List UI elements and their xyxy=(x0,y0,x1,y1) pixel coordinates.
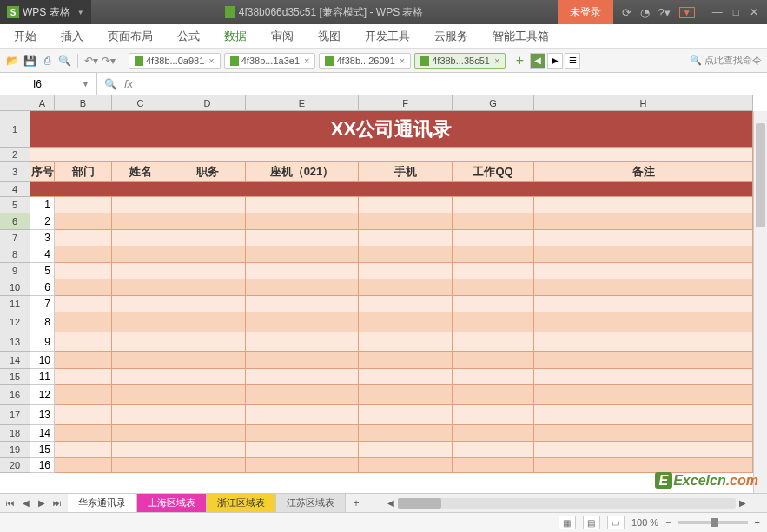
data-cell[interactable] xyxy=(453,296,534,312)
close-tab-icon[interactable]: × xyxy=(400,56,405,66)
close-tab-icon[interactable]: × xyxy=(208,56,214,66)
data-cell[interactable]: 6 xyxy=(30,279,55,296)
data-cell[interactable] xyxy=(169,405,246,425)
data-cell[interactable] xyxy=(55,296,112,312)
data-cell[interactable] xyxy=(246,425,359,442)
data-cell[interactable] xyxy=(169,385,246,405)
row-header[interactable]: 17 xyxy=(0,405,30,425)
data-cell[interactable] xyxy=(112,369,169,385)
sheet-tab[interactable]: 江苏区域表 xyxy=(276,494,346,512)
data-cell[interactable] xyxy=(169,263,246,279)
data-cell[interactable] xyxy=(246,369,359,385)
data-cell[interactable] xyxy=(112,296,169,312)
row-header[interactable]: 4 xyxy=(0,182,30,197)
data-cell[interactable] xyxy=(55,458,112,473)
data-cell[interactable] xyxy=(112,263,169,279)
close-tab-icon[interactable]: × xyxy=(494,56,499,66)
column-header[interactable]: B xyxy=(55,95,112,111)
data-cell[interactable] xyxy=(359,458,453,473)
data-cell[interactable] xyxy=(55,352,112,369)
column-header[interactable]: E xyxy=(246,95,359,111)
name-box[interactable]: ▼ xyxy=(0,73,97,95)
print-icon[interactable]: ⎙ xyxy=(40,54,54,68)
data-cell[interactable]: 14 xyxy=(30,425,55,442)
sheet-tab[interactable]: 华东通讯录 xyxy=(68,494,137,512)
header-cell[interactable]: 职务 xyxy=(169,162,246,182)
data-cell[interactable] xyxy=(112,332,169,352)
row-header[interactable]: 2 xyxy=(0,148,30,162)
fx-label[interactable]: fx xyxy=(124,77,133,90)
header-cell[interactable]: 姓名 xyxy=(112,162,169,182)
column-header[interactable]: H xyxy=(534,95,753,111)
data-cell[interactable]: 2 xyxy=(30,213,55,230)
data-cell[interactable] xyxy=(453,425,534,442)
data-cell[interactable]: 11 xyxy=(30,369,55,385)
data-cell[interactable] xyxy=(169,332,246,352)
sheet-tab[interactable]: 浙江区域表 xyxy=(207,494,276,512)
data-cell[interactable]: 12 xyxy=(30,385,55,405)
header-cell[interactable]: 部门 xyxy=(55,162,112,182)
row-header[interactable]: 9 xyxy=(0,263,30,279)
menu-item[interactable]: 公式 xyxy=(170,25,207,48)
menu-item[interactable]: 开始 xyxy=(7,25,43,48)
data-cell[interactable]: 15 xyxy=(30,442,55,458)
data-cell[interactable] xyxy=(246,230,359,246)
data-cell[interactable] xyxy=(359,312,453,332)
row-header[interactable]: 7 xyxy=(0,230,30,246)
data-cell[interactable] xyxy=(55,263,112,279)
sheet-tab[interactable]: 上海区域表 xyxy=(137,494,207,512)
data-cell[interactable] xyxy=(359,279,453,296)
data-cell[interactable] xyxy=(112,405,169,425)
new-tab-button[interactable]: + xyxy=(512,54,526,68)
data-cell[interactable] xyxy=(246,332,359,352)
data-cell[interactable]: 4 xyxy=(30,246,55,263)
select-all-corner[interactable] xyxy=(0,95,30,111)
menu-item[interactable]: 审阅 xyxy=(264,25,301,48)
data-cell[interactable] xyxy=(453,352,534,369)
menu-item[interactable]: 页面布局 xyxy=(101,25,160,48)
view-normal-button[interactable]: ▦ xyxy=(559,516,576,529)
data-cell[interactable] xyxy=(534,352,753,369)
data-cell[interactable] xyxy=(55,230,112,246)
data-cell[interactable] xyxy=(55,332,112,352)
data-cell[interactable] xyxy=(453,213,534,230)
tab-list-button[interactable]: ☰ xyxy=(565,53,580,69)
data-cell[interactable]: 8 xyxy=(30,312,55,332)
data-cell[interactable]: 1 xyxy=(30,197,55,213)
row-header[interactable]: 10 xyxy=(0,279,30,296)
data-cell[interactable] xyxy=(534,197,753,213)
data-cell[interactable] xyxy=(112,385,169,405)
data-cell[interactable] xyxy=(534,213,753,230)
chevron-down-icon[interactable]: ▼ xyxy=(82,80,89,89)
row-header[interactable]: 16 xyxy=(0,385,30,405)
data-cell[interactable] xyxy=(534,458,753,473)
row-header[interactable]: 5 xyxy=(0,197,30,213)
data-cell[interactable] xyxy=(359,442,453,458)
header-cell[interactable]: 序号 xyxy=(30,162,55,182)
data-cell[interactable] xyxy=(246,279,359,296)
data-cell[interactable] xyxy=(534,263,753,279)
zoom-in-button[interactable]: + xyxy=(755,517,760,528)
data-cell[interactable] xyxy=(246,246,359,263)
data-cell[interactable] xyxy=(246,442,359,458)
data-cell[interactable] xyxy=(359,405,453,425)
data-cell[interactable]: 5 xyxy=(30,263,55,279)
minimize-icon[interactable]: — xyxy=(712,6,723,18)
merged-cell[interactable] xyxy=(30,182,753,197)
command-search[interactable]: 🔍 点此查找命令 xyxy=(690,54,762,67)
data-cell[interactable] xyxy=(534,385,753,405)
data-cell[interactable] xyxy=(169,442,246,458)
horizontal-scrollbar[interactable] xyxy=(398,498,736,509)
data-cell[interactable] xyxy=(112,197,169,213)
data-cell[interactable]: 13 xyxy=(30,405,55,425)
data-cell[interactable] xyxy=(112,230,169,246)
data-cell[interactable]: 3 xyxy=(30,230,55,246)
data-cell[interactable] xyxy=(169,279,246,296)
data-cell[interactable] xyxy=(453,385,534,405)
cell-reference-input[interactable] xyxy=(7,78,68,90)
data-cell[interactable] xyxy=(169,369,246,385)
data-cell[interactable] xyxy=(453,442,534,458)
login-button[interactable]: 未登录 xyxy=(558,0,613,24)
hscroll-right-button[interactable]: ▶ xyxy=(736,496,750,510)
view-page-button[interactable]: ▤ xyxy=(583,516,600,529)
